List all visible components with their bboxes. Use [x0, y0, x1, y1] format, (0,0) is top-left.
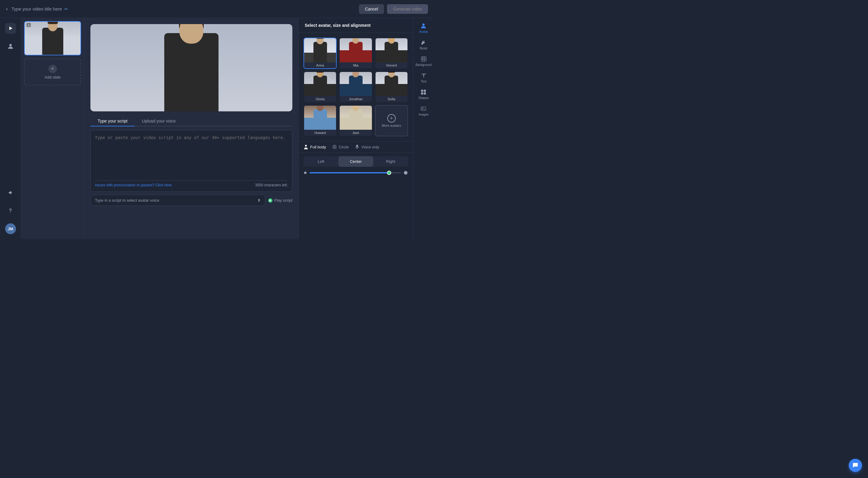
avatar-img-anna	[304, 38, 336, 62]
user-avatar-button[interactable]: JM	[5, 224, 16, 234]
sidebar-icon-play[interactable]	[5, 23, 16, 34]
more-avatars-button[interactable]: + More avatars	[375, 105, 408, 136]
script-textarea-wrapper: Issues with pronunciation or pauses? Cli…	[90, 130, 292, 192]
avatar-card-anna[interactable]: Anna	[304, 38, 337, 69]
toolbar-label-background: Background	[415, 63, 432, 67]
size-option-voice-only[interactable]: Voice only	[355, 144, 379, 149]
script-footer: Issues with pronunciation or pauses? Cli…	[95, 180, 288, 187]
main-layout: ? JM 1 + Add slide	[0, 18, 434, 239]
alignment-section: Left Center Right	[299, 152, 413, 179]
avatar-card-sofia[interactable]: Sofia	[375, 71, 408, 103]
svg-rect-14	[421, 90, 423, 92]
avatar-img-sofia	[375, 72, 407, 96]
generate-button[interactable]: Generate video	[387, 4, 428, 14]
sidebar-icon-person[interactable]	[5, 41, 16, 52]
avatar-label-anna: Anna	[304, 62, 336, 68]
avatar-grid: Anna Mia	[299, 33, 413, 141]
add-slide-label: Add slide	[44, 75, 61, 79]
tab-upload-voice[interactable]: Upload your voice	[135, 116, 183, 127]
svg-marker-2	[270, 199, 271, 202]
video-preview	[90, 24, 292, 111]
center-content: Type your script Upload your voice Issue…	[84, 18, 299, 239]
far-right-toolbar: Avatar Music Background Text	[413, 18, 434, 239]
more-avatars-label: More avatars	[382, 124, 401, 127]
slide-thumbnail	[25, 22, 81, 55]
chevron-down-icon: ⬍	[257, 198, 261, 203]
right-panel: Select avatar, size and alignment Anna	[299, 18, 413, 239]
cancel-button[interactable]: Cancel	[359, 4, 384, 14]
avatar-body	[164, 33, 218, 111]
voice-select-row: Type in a script to select avatar voice …	[90, 195, 292, 206]
size-option-circle[interactable]: Circle	[332, 144, 349, 149]
avatar-card-jack[interactable]: Jack	[339, 105, 372, 136]
toolbar-item-background[interactable]: Background	[415, 56, 432, 67]
sidebar-icon-help[interactable]: ?	[5, 205, 16, 216]
play-script-button[interactable]: Play script	[268, 198, 292, 203]
sidebar-icon-megaphone[interactable]	[5, 187, 16, 198]
avatar-img-mia	[340, 38, 372, 62]
align-center-button[interactable]: Center	[338, 156, 373, 167]
avatar-card-jonathan[interactable]: Jonathan	[339, 71, 372, 103]
add-slide-icon: +	[49, 65, 57, 73]
toolbar-item-music[interactable]: Music	[420, 39, 427, 50]
avatar-img-jack	[340, 106, 372, 130]
size-option-full-body[interactable]: Full body	[304, 144, 326, 149]
char-count: 3500 characters left.	[255, 183, 288, 187]
svg-point-19	[422, 108, 423, 109]
circle-icon	[332, 144, 337, 149]
toolbar-label-music: Music	[420, 47, 427, 50]
script-textarea[interactable]	[95, 135, 288, 177]
svg-point-8	[422, 24, 425, 26]
slider-min-icon	[304, 171, 307, 175]
size-slider-row	[304, 170, 408, 175]
background-icon	[421, 56, 427, 62]
topbar-actions: Cancel Generate video	[359, 4, 428, 14]
slide-number: 1	[27, 23, 31, 27]
avatar-card-howard[interactable]: Howard	[304, 105, 337, 136]
more-avatars-icon: +	[387, 114, 396, 123]
slide-item[interactable]: 1	[24, 21, 81, 56]
toolbar-item-images[interactable]: Images	[418, 106, 429, 116]
svg-rect-15	[424, 90, 426, 92]
svg-point-6	[304, 172, 307, 174]
topbar: ‹ Type your video title here ✏ Cancel Ge…	[0, 0, 434, 18]
music-icon	[421, 39, 427, 45]
toolbar-item-avatar[interactable]: Avatar	[419, 23, 428, 33]
avatar-card-vincent[interactable]: Vincent	[375, 38, 408, 69]
pronunciation-link[interactable]: Issues with pronunciation or pauses? Cli…	[95, 183, 173, 187]
avatar-label-mia: Mia	[340, 62, 372, 68]
avatar-img-vincent	[375, 38, 407, 62]
voice-select-dropdown[interactable]: Type in a script to select avatar voice …	[90, 195, 265, 206]
svg-rect-16	[421, 93, 423, 95]
avatar-label-howard: Howard	[304, 130, 336, 136]
toolbar-label-text: Text	[421, 80, 426, 83]
avatar-card-mia[interactable]: Mia	[339, 38, 372, 69]
tab-type-script[interactable]: Type your script	[90, 116, 135, 127]
script-tabs: Type your script Upload your voice	[90, 116, 292, 127]
toolbar-label-avatar: Avatar	[419, 30, 428, 33]
avatar-label-jack: Jack	[340, 130, 372, 136]
align-left-button[interactable]: Left	[304, 156, 338, 167]
slider-thumb	[387, 171, 391, 175]
avatar-img-jonathan	[340, 72, 372, 96]
slides-panel: 1 + Add slide	[21, 18, 84, 239]
add-slide-button[interactable]: + Add slide	[24, 58, 81, 86]
toolbar-item-shapes[interactable]: Shapes	[418, 89, 429, 100]
play-script-label: Play script	[274, 198, 292, 203]
size-label-voice-only: Voice only	[361, 145, 379, 149]
avatar-card-gloria[interactable]: Gloria	[304, 71, 337, 103]
align-right-button[interactable]: Right	[373, 156, 408, 167]
size-slider[interactable]	[310, 172, 401, 173]
size-label-full-body: Full body	[310, 145, 326, 149]
svg-point-1	[9, 44, 12, 46]
alignment-buttons: Left Center Right	[304, 156, 408, 167]
toolbar-item-text[interactable]: Text	[421, 73, 427, 83]
edit-icon[interactable]: ✏	[64, 7, 68, 11]
left-sidebar: ? JM	[0, 18, 21, 239]
voice-select-placeholder: Type in a script to select avatar voice	[95, 198, 159, 203]
slider-max-icon	[403, 170, 408, 175]
svg-rect-17	[424, 93, 426, 95]
back-button[interactable]: ‹	[6, 6, 8, 12]
avatar-label-vincent: Vincent	[375, 62, 407, 68]
voice-icon	[355, 144, 360, 149]
